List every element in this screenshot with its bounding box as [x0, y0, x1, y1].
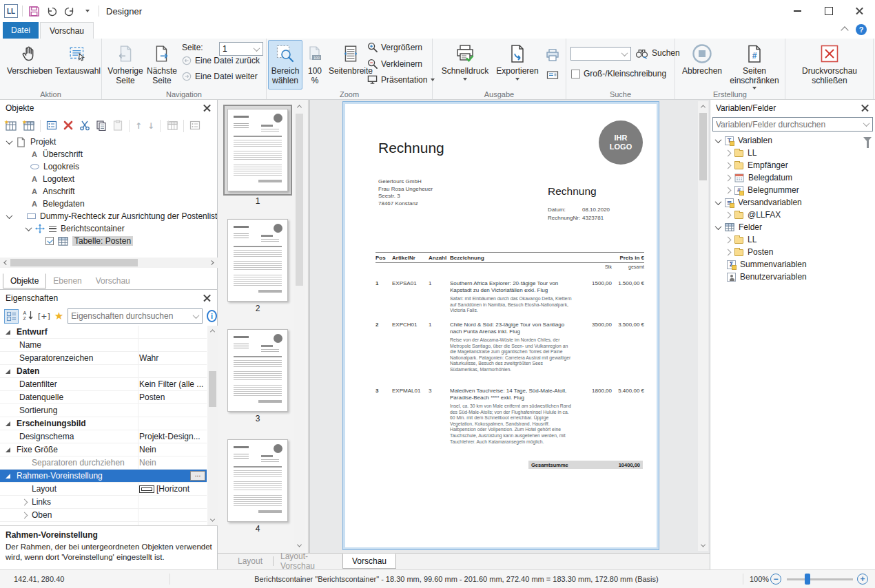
chevron-right-icon[interactable] [725, 211, 732, 218]
help-icon[interactable]: ? [856, 24, 867, 35]
eigenschaften-search-combobox[interactable] [68, 308, 203, 324]
seite-combobox[interactable] [219, 42, 263, 56]
tree-item-belegdaten[interactable]: A Belegdaten [0, 198, 217, 210]
exportieren-button[interactable]: Exportieren [492, 41, 543, 81]
vorherige-seite-button[interactable]: Vorherige Seite [106, 41, 145, 85]
thumbnail-page-4[interactable] [227, 439, 288, 522]
zoom-100-button[interactable]: 100 % [303, 41, 327, 85]
thumbnail-page-2[interactable] [227, 219, 288, 302]
thumbnails-scrollbar[interactable] [294, 101, 305, 551]
chevron-right-icon[interactable] [725, 174, 732, 181]
eine-datei-weiter-button[interactable]: Eine Datei weiter [182, 72, 258, 81]
list-options-icon[interactable] [189, 120, 200, 133]
objekte-hscrollbar[interactable] [0, 258, 218, 268]
zoom-out-button[interactable]: − [770, 574, 781, 585]
property-row[interactable]: Oben [0, 509, 207, 522]
chevron-down-icon[interactable] [6, 212, 13, 219]
var-tree-item[interactable]: @LLFAX [710, 209, 875, 221]
schnelldruck-button[interactable]: Schnelldruck [438, 41, 492, 81]
insert-table-icon[interactable] [22, 119, 34, 134]
preview-scrollbar[interactable] [698, 101, 708, 551]
new-table-icon[interactable] [4, 119, 17, 134]
var-tree-item[interactable]: Posten [710, 246, 875, 258]
tree-item-projekt[interactable]: Projekt [0, 136, 217, 148]
chevron-right-icon[interactable] [725, 149, 732, 156]
tree-item-berichtscontainer[interactable]: Berichtscontainer [0, 222, 217, 235]
ellipsis-button[interactable]: ... [190, 471, 205, 481]
tab-datei[interactable]: Datei [3, 22, 39, 39]
info-icon[interactable]: i [207, 310, 217, 322]
categorized-view-icon[interactable] [4, 309, 19, 324]
thumbnail-page-3[interactable] [227, 329, 288, 412]
expression-icon[interactable]: [+] [38, 312, 50, 321]
sort-az-icon[interactable] [23, 310, 34, 323]
maximize-button[interactable] [813, 0, 844, 22]
thumbnail-page-1[interactable] [223, 105, 292, 196]
assign-table-icon[interactable] [166, 119, 178, 133]
close-button[interactable] [844, 0, 875, 22]
tab-layout[interactable]: Layout [227, 554, 273, 569]
property-row[interactable]: Layout [Horizont [0, 483, 207, 496]
var-tree-item-variablen[interactable]: T Variablen [710, 134, 875, 147]
var-tree-item[interactable]: Empfänger [710, 159, 875, 171]
property-row[interactable]: Links [0, 496, 207, 509]
seiten-einschraenken-button[interactable]: Seiten einschränken [726, 41, 783, 90]
chevron-down-icon[interactable] [715, 223, 722, 230]
search-input[interactable] [571, 48, 622, 60]
checked-checkbox-icon[interactable] [45, 237, 54, 245]
var-tree-item[interactable]: LL [710, 233, 875, 246]
undo-button[interactable] [45, 4, 59, 18]
property-row[interactable]: Sortierung [0, 404, 207, 417]
tab-vorschau-view[interactable]: Vorschau [342, 554, 396, 569]
chevron-right-icon[interactable] [725, 187, 732, 193]
abbrechen-button[interactable]: Abbrechen [679, 41, 725, 76]
tab-ebenen[interactable]: Ebenen [46, 273, 88, 288]
bereich-waehlen-button[interactable]: Bereich wählen [268, 40, 302, 90]
zoom-in-button[interactable]: + [857, 574, 868, 585]
delete-icon[interactable] [63, 120, 74, 133]
cut-icon[interactable] [79, 120, 90, 133]
tab-vorschau[interactable]: Vorschau [40, 22, 94, 39]
minimize-button[interactable] [782, 0, 813, 22]
property-row-selected[interactable]: Rahmen-Voreinstellung ... [0, 470, 207, 483]
tree-item-logotext[interactable]: A Logotext [0, 173, 217, 185]
tree-item-logokreis[interactable]: Logokreis [0, 160, 217, 173]
eigenschaften-close-icon[interactable] [203, 294, 212, 302]
move-down-icon[interactable]: ↓ [147, 121, 154, 131]
seite-input[interactable] [220, 43, 254, 55]
verschieben-button[interactable]: Verschieben [3, 41, 56, 76]
praesentation-button[interactable]: Präsentation [367, 74, 435, 85]
chevron-right-icon[interactable] [725, 236, 732, 243]
suchen-button[interactable]: Suchen [635, 48, 680, 59]
move-up-icon[interactable]: ↑ [135, 121, 142, 131]
var-tree-item-felder[interactable]: Felder [710, 221, 875, 233]
textauswahl-button[interactable]: Textauswahl [55, 41, 101, 76]
property-row[interactable]: Name [0, 339, 207, 352]
var-tree-item-benutzer[interactable]: Benutzervariablen [710, 271, 875, 283]
druckvorschau-schliessen-button[interactable]: Druckvorschau schließen [790, 41, 869, 85]
property-row[interactable]: SeparatorenzeichenWahr [0, 352, 207, 365]
variablen-close-icon[interactable] [861, 104, 869, 112]
search-combobox[interactable] [570, 47, 631, 61]
vergroessern-button[interactable]: Vergrößern [367, 42, 422, 52]
property-row[interactable]: DatenquellePosten [0, 391, 207, 404]
print-options-button[interactable] [546, 69, 559, 83]
tab-layout-vorschau[interactable]: Layout-Vorschau [274, 554, 342, 569]
tab-vorschau-panel[interactable]: Vorschau [89, 273, 137, 288]
save-button[interactable] [27, 4, 41, 18]
tree-item-tabelle-posten[interactable]: Tabelle: Posten [0, 235, 217, 247]
tree-item-ueberschrift[interactable]: A Überschrift [0, 148, 217, 160]
tab-objekte[interactable]: Objekte [3, 273, 46, 288]
property-category[interactable]: Daten [0, 365, 207, 378]
var-tree-item-versand[interactable]: ≡ Versandvariablen [710, 196, 875, 209]
quick-access-dropdown[interactable] [81, 4, 94, 18]
objekte-close-icon[interactable] [203, 104, 212, 112]
property-row[interactable]: DatenfilterKein Filter (alle ... [0, 378, 207, 391]
eine-datei-zurueck-button[interactable]: Eine Datei zurück [182, 56, 260, 65]
variablen-search-combobox[interactable] [712, 117, 873, 132]
property-row[interactable]: Fixe GrößeNein [0, 443, 207, 456]
favorites-star-icon[interactable]: ★ [54, 310, 63, 322]
var-tree-item[interactable]: LL [710, 147, 875, 159]
redo-button[interactable] [63, 4, 76, 18]
properties-icon[interactable] [46, 120, 57, 133]
